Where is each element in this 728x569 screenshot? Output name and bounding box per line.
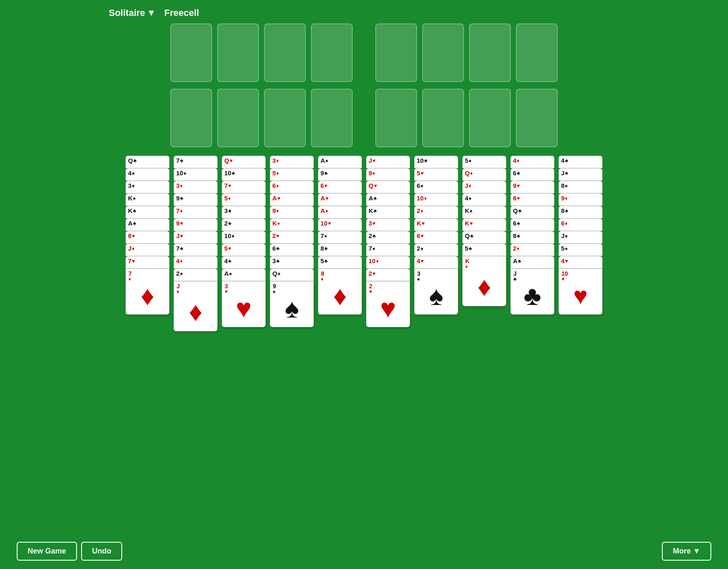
list-item[interactable]: 6♣ <box>510 218 554 231</box>
list-item[interactable]: K♣ <box>366 206 410 218</box>
list-item[interactable]: 7♦♦ <box>126 269 169 315</box>
empty-slot-1[interactable] <box>170 89 212 147</box>
list-item[interactable]: 6♥ <box>318 181 362 193</box>
list-item[interactable]: 3♣ <box>222 206 266 218</box>
solitaire-menu[interactable]: Solitaire ▼ <box>109 8 156 18</box>
list-item[interactable]: 4♥ <box>559 256 602 269</box>
list-item[interactable]: 6♦ <box>559 218 602 231</box>
list-item[interactable]: 10♥♥ <box>559 269 602 315</box>
list-item[interactable]: 8♦♦ <box>318 269 362 315</box>
list-item[interactable]: 5♣ <box>462 243 506 256</box>
list-item[interactable]: K♦♦ <box>462 256 506 306</box>
list-item[interactable]: 10♠ <box>222 231 266 243</box>
list-item[interactable]: 9♣ <box>318 168 362 181</box>
list-item[interactable]: A♣ <box>126 218 169 231</box>
list-item[interactable]: 3♣ <box>270 256 314 269</box>
list-item[interactable]: 4♥ <box>414 256 458 269</box>
list-item[interactable]: 4♣ <box>559 156 602 168</box>
list-item[interactable]: 9♦ <box>366 168 410 181</box>
foundation-3[interactable] <box>469 23 511 82</box>
free-cell-1[interactable] <box>170 23 212 82</box>
list-item[interactable]: 6♣ <box>270 243 314 256</box>
list-item[interactable]: 6♦ <box>270 181 314 193</box>
list-item[interactable]: 5♠ <box>462 156 506 168</box>
foundation-1[interactable] <box>375 23 417 82</box>
list-item[interactable]: K♠ <box>462 206 506 218</box>
list-item[interactable]: 7♠ <box>366 243 410 256</box>
foundation-2[interactable] <box>422 23 464 82</box>
list-item[interactable]: Q♦ <box>462 168 506 181</box>
list-item[interactable]: J♣♣ <box>510 269 554 315</box>
list-item[interactable]: 5♥ <box>222 243 266 256</box>
list-item[interactable]: K♥ <box>414 218 458 231</box>
list-item[interactable]: 7♥ <box>222 181 266 193</box>
list-item[interactable]: 9♠♠ <box>270 281 314 327</box>
list-item[interactable]: J♥ <box>366 156 410 168</box>
empty-slot-4[interactable] <box>311 89 353 147</box>
empty-slot-3[interactable] <box>264 89 306 147</box>
more-button[interactable]: More ▼ <box>662 542 711 561</box>
list-item[interactable]: A♦ <box>318 206 362 218</box>
list-item[interactable]: A♠ <box>222 269 266 281</box>
list-item[interactable]: 9♣ <box>174 193 218 206</box>
list-item[interactable]: 2♦ <box>414 206 458 218</box>
list-item[interactable]: 5♥ <box>414 168 458 181</box>
list-item[interactable]: 7♥ <box>126 256 169 269</box>
empty-slot-2[interactable] <box>217 89 259 147</box>
list-item[interactable]: 2♥♥ <box>366 281 410 327</box>
list-item[interactable]: 9♥ <box>510 181 554 193</box>
list-item[interactable]: 7♣ <box>174 156 218 168</box>
list-item[interactable]: 7♣ <box>174 243 218 256</box>
empty-slot-6[interactable] <box>422 89 464 147</box>
list-item[interactable]: 5♠ <box>559 243 602 256</box>
list-item[interactable]: 2♣ <box>366 231 410 243</box>
list-item[interactable]: K♦ <box>270 218 314 231</box>
list-item[interactable]: 2♥ <box>366 269 410 281</box>
list-item[interactable]: 9♦ <box>270 206 314 218</box>
list-item[interactable]: 6♣ <box>510 168 554 181</box>
empty-slot-8[interactable] <box>516 89 558 147</box>
list-item[interactable]: 8♥ <box>510 193 554 206</box>
list-item[interactable]: 8♣ <box>318 243 362 256</box>
list-item[interactable]: Q♥ <box>222 156 266 168</box>
list-item[interactable]: J♣ <box>559 168 602 181</box>
list-item[interactable]: Q♣ <box>510 206 554 218</box>
list-item[interactable]: 10♣ <box>222 168 266 181</box>
list-item[interactable]: 10♥ <box>318 218 362 231</box>
empty-slot-7[interactable] <box>469 89 511 147</box>
list-item[interactable]: 3♠♠ <box>414 269 458 315</box>
list-item[interactable]: 9♦ <box>559 193 602 206</box>
list-item[interactable]: 8♣ <box>510 231 554 243</box>
list-item[interactable]: 4♣ <box>222 256 266 269</box>
list-item[interactable]: Q♣ <box>462 231 506 243</box>
free-cell-4[interactable] <box>311 23 353 82</box>
list-item[interactable]: 3♥ <box>366 218 410 231</box>
list-item[interactable]: 9♥ <box>174 218 218 231</box>
list-item[interactable]: 8♠ <box>559 181 602 193</box>
list-item[interactable]: 5♦ <box>222 193 266 206</box>
new-game-button[interactable]: New Game <box>17 542 77 561</box>
list-item[interactable]: A♣ <box>510 256 554 269</box>
list-item[interactable]: 10♠ <box>174 168 218 181</box>
list-item[interactable]: 8♣ <box>559 206 602 218</box>
list-item[interactable]: 5♦ <box>270 168 314 181</box>
empty-slot-5[interactable] <box>375 89 417 147</box>
list-item[interactable]: 2♥ <box>270 231 314 243</box>
list-item[interactable]: 6♠ <box>414 181 458 193</box>
list-item[interactable]: Q♣ <box>126 156 169 168</box>
list-item[interactable]: J♥ <box>174 231 218 243</box>
list-item[interactable]: J♦♦ <box>174 281 218 331</box>
undo-button[interactable]: Undo <box>81 542 122 561</box>
list-item[interactable]: 3♠ <box>126 181 169 193</box>
list-item[interactable]: 4♦ <box>174 256 218 269</box>
list-item[interactable]: A♣ <box>366 193 410 206</box>
list-item[interactable]: 4♦ <box>510 156 554 168</box>
list-item[interactable]: 2♠ <box>414 243 458 256</box>
list-item[interactable]: A♠ <box>318 156 362 168</box>
list-item[interactable]: 2♦ <box>510 243 554 256</box>
list-item[interactable]: 3♦ <box>270 156 314 168</box>
list-item[interactable]: 2♣ <box>222 218 266 231</box>
list-item[interactable]: 10♦ <box>366 256 410 269</box>
list-item[interactable]: 4♠ <box>126 168 169 181</box>
list-item[interactable]: K♥ <box>462 218 506 231</box>
